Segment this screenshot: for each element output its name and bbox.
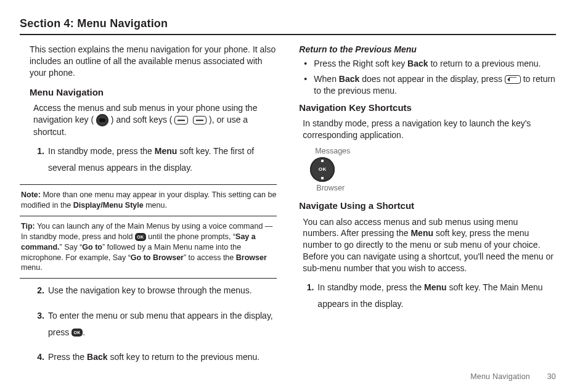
step-number: 2. xyxy=(30,282,44,299)
bold: Back xyxy=(87,352,107,362)
intro-paragraph: This section explains the menu navigatio… xyxy=(30,44,277,79)
text: does not appear in the display, press xyxy=(359,74,505,84)
text: to return to a previous menu. xyxy=(428,59,541,68)
heading-menu-navigation: Menu Navigation xyxy=(30,86,277,99)
text: Use the navigation key to browse through… xyxy=(48,285,252,295)
bold: Menu xyxy=(424,282,447,292)
list-item: When Back does not appear in the display… xyxy=(308,73,556,97)
note-block: Note: More than one menu may appear in y… xyxy=(20,184,277,279)
tip-label: Tip: xyxy=(21,222,35,231)
nav-key-diagram: Messages Browser xyxy=(310,146,556,194)
divider xyxy=(20,184,277,185)
left-column: This section explains the menu navigatio… xyxy=(20,44,277,374)
step-number: 4. xyxy=(30,349,44,365)
diagram-label-bottom: Browser xyxy=(316,183,556,194)
text: In standby mode, press the xyxy=(48,146,155,156)
list-item: 2. Use the navigation key to browse thro… xyxy=(48,282,277,299)
list-item: Press the Right soft key Back to return … xyxy=(308,58,556,70)
page-number: 30 xyxy=(547,372,556,381)
soft-key-icon xyxy=(193,116,206,125)
bold: Go to Browser xyxy=(131,253,184,262)
text: ” to access the xyxy=(184,253,236,262)
text: Press the Right soft key xyxy=(314,59,407,68)
bold: Display/Menu Style xyxy=(73,201,144,210)
divider xyxy=(20,278,277,279)
navigation-key-icon xyxy=(310,157,335,182)
steps-list: 1. In standby mode, press the Menu soft … xyxy=(299,279,556,312)
steps-list-cont: 2. Use the navigation key to browse thro… xyxy=(30,282,277,365)
soft-key-icon xyxy=(174,116,188,125)
back-key-icon xyxy=(505,75,521,84)
step-number: 3. xyxy=(30,308,44,324)
list-item: 1. In standby mode, press the Menu soft … xyxy=(317,279,556,312)
text: In standby mode, press the xyxy=(317,282,424,292)
text: When xyxy=(314,74,338,84)
text: menu. xyxy=(21,263,43,272)
bold: Menu xyxy=(410,228,433,238)
text: . xyxy=(83,327,85,337)
note-label: Note: xyxy=(21,190,41,199)
list-item: 1. In standby mode, press the Menu soft … xyxy=(48,143,277,176)
text: ) and soft keys ( xyxy=(111,115,173,125)
access-paragraph: Access the menus and sub menus in your p… xyxy=(33,102,277,138)
text: ” Say “ xyxy=(60,243,83,251)
bold: Browser xyxy=(236,253,267,262)
heading-return-previous: Return to the Previous Menu xyxy=(299,44,556,55)
step-number: 1. xyxy=(299,279,314,296)
steps-list: 1. In standby mode, press the Menu soft … xyxy=(30,143,277,176)
note: Note: More than one menu may appear in y… xyxy=(20,189,277,212)
bold: Back xyxy=(339,74,359,84)
tip: Tip: You can launch any of the Main Menu… xyxy=(20,220,277,274)
shortcut-paragraph: You can also access menus and sub menus … xyxy=(303,216,556,274)
text: menu. xyxy=(144,201,167,210)
text: soft key to return to the previous menu. xyxy=(108,352,260,362)
heading-nav-shortcuts: Navigation Key Shortcuts xyxy=(299,102,556,114)
bold: Menu xyxy=(155,146,178,156)
ok-key-icon: OK xyxy=(71,329,83,337)
footer-label: Menu Navigation xyxy=(470,372,530,381)
list-item: 4. Press the Back soft key to return to … xyxy=(48,349,277,365)
divider xyxy=(20,216,277,216)
navigation-key-icon xyxy=(96,114,108,126)
diagram-label-top: Messages xyxy=(315,146,556,157)
heading-navigate-shortcut: Navigate Using a Shortcut xyxy=(299,200,556,212)
list-item: 3. To enter the menu or sub menu that ap… xyxy=(48,308,277,340)
bold: Back xyxy=(407,59,428,68)
bold: Go to xyxy=(82,243,102,251)
bullet-list: Press the Right soft key Back to return … xyxy=(299,58,556,97)
text: Press the xyxy=(48,352,87,362)
right-column: Return to the Previous Menu Press the Ri… xyxy=(299,44,556,374)
page-footer: Menu Navigation 30 xyxy=(470,372,556,381)
section-title: Section 4: Menu Navigation xyxy=(20,17,556,35)
step-number: 1. xyxy=(30,143,44,160)
ok-key-icon: OK xyxy=(135,233,146,241)
content-columns: This section explains the menu navigatio… xyxy=(20,44,556,374)
text: until the phone prompts, “ xyxy=(146,232,235,241)
navshort-paragraph: In standby mode, press a navigation key … xyxy=(303,118,556,141)
